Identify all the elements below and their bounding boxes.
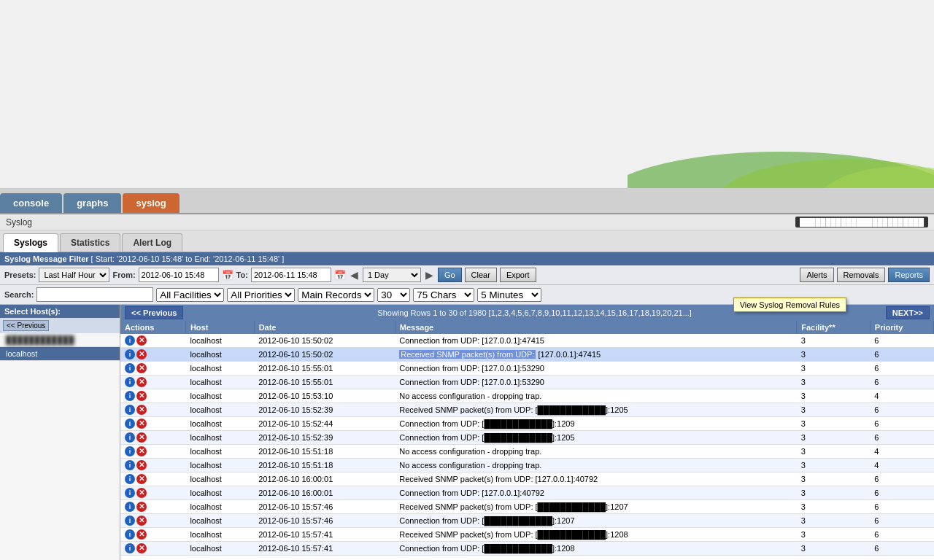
remove-icon[interactable]: ✕: [136, 529, 147, 540]
sub-tabs: Syslogs Statistics Alert Log: [0, 230, 934, 252]
export-button[interactable]: Export: [500, 268, 536, 282]
cell-actions: i✕: [120, 334, 185, 348]
search-label: Search:: [4, 290, 34, 299]
info-icon[interactable]: i: [125, 446, 135, 456]
col-host: Host: [185, 321, 254, 334]
facilities-select[interactable]: All Facilities: [156, 288, 224, 302]
cell-date: 2012-06-10 15:57:46: [254, 500, 395, 514]
info-icon[interactable]: i: [125, 391, 135, 401]
interval-filter-select[interactable]: 5 Minutes 10 Minutes: [477, 288, 541, 302]
hosts-prev-button[interactable]: << Previous: [3, 320, 49, 331]
remove-icon[interactable]: ✕: [136, 543, 147, 553]
row-count-select[interactable]: 30 50 100: [377, 288, 410, 302]
cell-priority: 6: [870, 528, 933, 542]
remove-icon[interactable]: ✕: [136, 363, 147, 373]
info-icon[interactable]: i: [125, 529, 135, 540]
remove-icon[interactable]: ✕: [136, 502, 147, 512]
host-item-1[interactable]: localhost: [0, 347, 120, 361]
table-row: i✕localhost2012-06-10 15:50:02Connection…: [120, 334, 934, 348]
cell-date: 2012-06-10 15:52:39: [254, 431, 395, 445]
from-input[interactable]: [139, 268, 219, 282]
interval-select[interactable]: 1 Day 1 Hour 30 Minutes: [363, 268, 421, 282]
info-icon[interactable]: i: [125, 474, 135, 484]
host-label-1: localhost: [6, 349, 37, 358]
info-icon[interactable]: i: [125, 405, 135, 415]
tab-graphs[interactable]: graphs: [63, 193, 121, 213]
cell-priority: 6: [870, 334, 933, 348]
cell-message: No access configuration - dropping trap.: [395, 445, 796, 459]
info-icon[interactable]: i: [125, 516, 135, 526]
next-interval-arrow[interactable]: ▶: [424, 269, 435, 281]
char-limit-select[interactable]: 75 Chars 150 Chars: [413, 288, 474, 302]
cell-date: 2012-06-10 15:57:41: [254, 528, 395, 542]
info-icon[interactable]: i: [125, 363, 135, 373]
next-page-button[interactable]: NEXT>>: [886, 306, 930, 319]
reports-button[interactable]: Reports: [888, 268, 930, 282]
go-button[interactable]: Go: [438, 268, 462, 282]
prev-interval-arrow[interactable]: ◀: [349, 269, 360, 281]
main-area: Select Host(s): << Previous ████████████…: [0, 305, 934, 560]
to-input[interactable]: [251, 268, 331, 282]
cell-priority: 6: [870, 514, 933, 528]
info-icon[interactable]: i: [125, 335, 135, 346]
info-icon[interactable]: i: [125, 377, 135, 387]
info-icon[interactable]: i: [125, 419, 135, 429]
table-row: i✕localhost2012-06-10 15:57:41Received S…: [120, 528, 934, 542]
tab-syslogs[interactable]: Syslogs: [3, 233, 58, 252]
cell-priority: 6: [870, 500, 933, 514]
cell-actions: i✕: [120, 472, 185, 486]
col-priority: Priority: [870, 321, 933, 334]
cell-message: Received SNMP packet(s) from UDP: [█████…: [395, 500, 796, 514]
remove-icon[interactable]: ✕: [136, 432, 147, 443]
info-icon[interactable]: i: [125, 502, 135, 512]
presets-select[interactable]: Last Half Hour Last Hour Last Day: [39, 268, 109, 282]
remove-icon[interactable]: ✕: [136, 488, 147, 498]
info-icon[interactable]: i: [125, 543, 135, 553]
col-message: Message: [395, 321, 796, 334]
remove-icon[interactable]: ✕: [136, 474, 147, 484]
table-container[interactable]: Actions Host Date Message Facility** Pri…: [120, 321, 934, 560]
removals-button[interactable]: Removals: [837, 268, 886, 282]
cell-date: 2012-06-10 16:00:01: [254, 472, 395, 486]
cell-date: 2012-06-10 15:57:46: [254, 514, 395, 528]
tab-syslog[interactable]: syslog: [123, 193, 179, 213]
remove-icon[interactable]: ✕: [136, 516, 147, 526]
cell-message: Received SNMP packet(s) from UDP: [127.0…: [395, 348, 796, 362]
remove-icon[interactable]: ✕: [136, 335, 147, 346]
cell-message: Connection from UDP: [127.0.0.1]:40792: [395, 486, 796, 500]
cell-actions: i✕: [120, 403, 185, 417]
host-item-0[interactable]: ████████████: [0, 333, 120, 347]
breadcrumb-text: Syslog: [6, 217, 32, 228]
record-type-select[interactable]: Main Records: [298, 288, 374, 302]
cell-priority: 4: [870, 459, 933, 472]
tab-console[interactable]: console: [0, 193, 62, 213]
cell-facility: 3: [797, 334, 871, 348]
alerts-button[interactable]: Alerts: [800, 268, 833, 282]
info-icon[interactable]: i: [125, 432, 135, 443]
cell-priority: 6: [870, 348, 933, 362]
remove-icon[interactable]: ✕: [136, 391, 147, 401]
calendar-icon-from[interactable]: 📅: [222, 270, 234, 281]
info-icon[interactable]: i: [125, 460, 135, 470]
filter-title: Syslog Message Filter: [4, 254, 89, 263]
info-icon[interactable]: i: [125, 488, 135, 498]
priorities-select[interactable]: All Priorities: [227, 288, 295, 302]
cell-date: 2012-06-10 15:50:02: [254, 348, 395, 362]
tab-alert-log[interactable]: Alert Log: [122, 233, 182, 252]
search-input[interactable]: [36, 287, 153, 302]
remove-icon[interactable]: ✕: [136, 405, 147, 415]
remove-icon[interactable]: ✕: [136, 419, 147, 429]
remove-icon[interactable]: ✕: [136, 349, 147, 359]
info-icon[interactable]: i: [125, 349, 135, 359]
cell-host: localhost: [185, 348, 254, 362]
prev-page-button[interactable]: << Previous: [125, 306, 183, 319]
cell-actions: i✕: [120, 514, 185, 528]
remove-icon[interactable]: ✕: [136, 446, 147, 456]
cell-host: localhost: [185, 500, 254, 514]
cell-priority: 6: [870, 403, 933, 417]
remove-icon[interactable]: ✕: [136, 377, 147, 387]
remove-icon[interactable]: ✕: [136, 460, 147, 470]
calendar-icon-to[interactable]: 📅: [334, 270, 346, 281]
tab-statistics[interactable]: Statistics: [60, 233, 120, 252]
clear-button[interactable]: Clear: [465, 268, 497, 282]
